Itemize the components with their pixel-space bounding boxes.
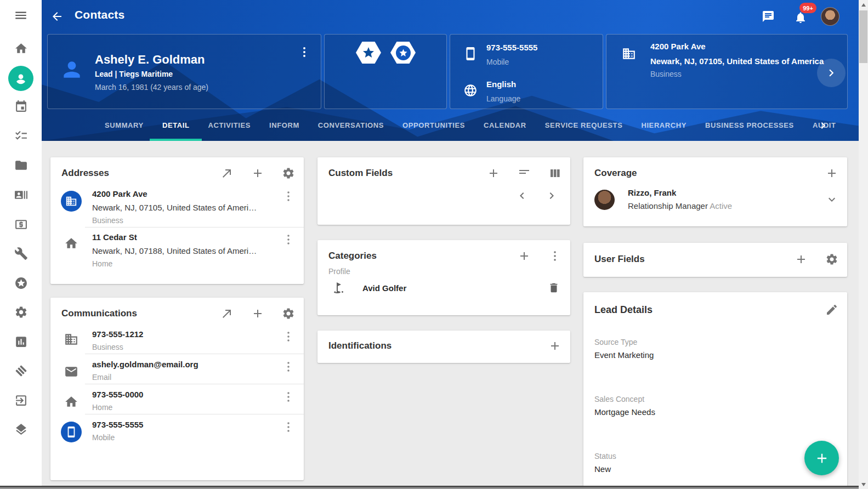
tab-service-requests[interactable]: SERVICE REQUESTS bbox=[536, 110, 632, 141]
user-fields-settings-gear-icon[interactable] bbox=[825, 253, 838, 266]
window-bottom-edge bbox=[0, 486, 859, 489]
recent-actors-icon bbox=[14, 188, 28, 204]
communications-settings-gear-icon[interactable] bbox=[282, 307, 295, 320]
gear-icon bbox=[14, 305, 28, 321]
communication-row-home[interactable]: 973-555-0000 Home bbox=[50, 384, 304, 414]
folder-icon bbox=[14, 158, 28, 174]
open-in-new-icon[interactable] bbox=[220, 167, 234, 180]
sidebar-item-loyalty[interactable] bbox=[0, 272, 42, 296]
tab-conversations[interactable]: CONVERSATIONS bbox=[309, 110, 393, 141]
sidebar-item-billing[interactable] bbox=[0, 213, 42, 237]
categories-card: Categories Profile Avid Golfer bbox=[317, 240, 570, 315]
communication-row-menu[interactable] bbox=[282, 360, 295, 373]
hero-next-section-button[interactable] bbox=[817, 59, 846, 87]
globe-icon bbox=[463, 83, 478, 98]
scroll-down-arrow[interactable] bbox=[859, 480, 868, 489]
page-previous-chevron[interactable] bbox=[515, 189, 529, 204]
add-address-button[interactable] bbox=[251, 167, 264, 180]
layered-diamond-icon bbox=[14, 364, 28, 380]
sidebar-item-tasks[interactable] bbox=[0, 124, 42, 149]
tab-summary[interactable]: SUMMARY bbox=[95, 110, 153, 141]
communication-value: 973-555-5555 bbox=[92, 418, 273, 431]
category-row[interactable]: Avid Golfer bbox=[317, 281, 570, 294]
view-columns-icon[interactable] bbox=[548, 167, 561, 180]
left-nav-rail bbox=[0, 0, 42, 489]
user-avatar[interactable] bbox=[821, 7, 839, 26]
chat-button[interactable] bbox=[762, 10, 775, 23]
categories-more-menu[interactable] bbox=[548, 249, 561, 263]
hero-more-menu[interactable] bbox=[298, 46, 311, 59]
communication-value: 973-555-0000 bbox=[92, 388, 273, 401]
add-coverage-button[interactable] bbox=[825, 167, 838, 180]
sort-icon[interactable] bbox=[518, 167, 531, 180]
field-value: Event Marketing bbox=[594, 348, 847, 362]
address-row-home[interactable]: 11 Cedar St Newark, NJ, 07188, United St… bbox=[50, 228, 304, 270]
sidebar-item-exit[interactable] bbox=[0, 389, 42, 413]
add-fab-button[interactable] bbox=[804, 441, 839, 475]
sidebar-item-contacts-active[interactable] bbox=[0, 65, 42, 92]
address-row-menu[interactable] bbox=[282, 233, 295, 246]
star-circle-badge-icon bbox=[390, 42, 416, 64]
sidebar-item-analytics[interactable] bbox=[0, 331, 42, 355]
communication-type-label: Business bbox=[92, 341, 273, 354]
sidebar-item-settings[interactable] bbox=[0, 301, 42, 325]
address-row-menu[interactable] bbox=[282, 190, 295, 203]
sidebar-item-deals[interactable] bbox=[0, 360, 42, 384]
tab-calendar[interactable]: CALENDAR bbox=[474, 110, 536, 141]
communication-row-menu[interactable] bbox=[282, 420, 295, 434]
scroll-up-arrow[interactable] bbox=[859, 0, 868, 9]
custom-fields-card: Custom Fields bbox=[317, 157, 570, 225]
add-identification-button[interactable] bbox=[548, 339, 561, 352]
tab-business-processes[interactable]: BUSINESS PROCESSES bbox=[696, 110, 803, 141]
menu-button[interactable] bbox=[0, 4, 42, 29]
address-row-business[interactable]: 4200 Park Ave Newark, NJ, 07105, United … bbox=[50, 186, 304, 227]
communication-row-mobile[interactable]: 973-555-5555 Mobile bbox=[50, 414, 304, 444]
add-custom-field-button[interactable] bbox=[487, 167, 500, 180]
scrollbar-thumb[interactable] bbox=[859, 10, 867, 63]
sidebar-item-calendar[interactable] bbox=[0, 95, 42, 120]
sidebar-item-home[interactable] bbox=[0, 37, 42, 61]
home-icon bbox=[14, 42, 28, 58]
communication-row-menu[interactable] bbox=[282, 330, 295, 343]
identifications-card: Identifications bbox=[317, 331, 570, 363]
sidebar-item-documents[interactable] bbox=[0, 154, 42, 178]
add-category-button[interactable] bbox=[518, 249, 531, 263]
field-label: Sales Concept bbox=[594, 393, 847, 405]
tab-activities[interactable]: ACTIVITIES bbox=[198, 110, 260, 141]
communication-row-email[interactable]: ashely.goldman@email.org Email bbox=[50, 354, 304, 384]
back-button[interactable] bbox=[50, 10, 64, 23]
coverage-expand-chevron[interactable] bbox=[825, 193, 838, 206]
address-primary: 11 Cedar St bbox=[92, 231, 273, 244]
vertical-scrollbar[interactable] bbox=[859, 0, 868, 489]
building-icon bbox=[622, 47, 636, 61]
page-next-chevron[interactable] bbox=[545, 189, 558, 204]
sidebar-item-tools[interactable] bbox=[0, 242, 42, 266]
delete-category-button[interactable] bbox=[537, 282, 570, 294]
open-in-new-icon[interactable] bbox=[220, 307, 234, 320]
sidebar-item-layers[interactable] bbox=[0, 418, 42, 442]
coverage-role: Relationship Manager Active bbox=[628, 200, 825, 213]
address-secondary: Newark, NJ, 07105, United States of Amer… bbox=[92, 201, 273, 214]
coverage-role-text: Relationship Manager bbox=[628, 201, 708, 211]
communication-row-menu[interactable] bbox=[282, 390, 295, 403]
tab-opportunities[interactable]: OPPORTUNITIES bbox=[393, 110, 474, 141]
layers-icon bbox=[14, 423, 28, 439]
tab-detail[interactable]: DETAIL bbox=[153, 110, 199, 141]
coverage-row[interactable]: Rizzo, Frank Relationship Manager Active bbox=[583, 184, 847, 213]
tabs-overflow-chevron[interactable] bbox=[816, 119, 830, 132]
add-user-field-button[interactable] bbox=[795, 253, 808, 266]
edit-pencil-icon[interactable] bbox=[825, 303, 838, 316]
communication-row-business[interactable]: 973-555-1212 Business bbox=[50, 327, 304, 354]
addresses-settings-gear-icon[interactable] bbox=[282, 167, 295, 180]
plus-icon bbox=[814, 451, 830, 466]
hero-badges-card bbox=[324, 34, 447, 109]
add-communication-button[interactable] bbox=[251, 307, 264, 320]
tab-hierarchy[interactable]: HIERARCHY bbox=[632, 110, 696, 141]
hero-identity-card: Ashely E. Goldman Lead | Tiegs Maritime … bbox=[47, 34, 321, 109]
tab-inform[interactable]: INFORM bbox=[260, 110, 309, 141]
hero-address-card: 4200 Park Ave Newark, NJ, 07105, United … bbox=[606, 34, 848, 109]
sidebar-item-contact-list[interactable] bbox=[0, 184, 42, 208]
person-icon bbox=[60, 58, 84, 82]
crm-app: Contacts 99+ Ashely E. Goldman Lead | Ti… bbox=[0, 0, 868, 489]
hero-address-line1: 4200 Park Ave bbox=[650, 42, 706, 51]
